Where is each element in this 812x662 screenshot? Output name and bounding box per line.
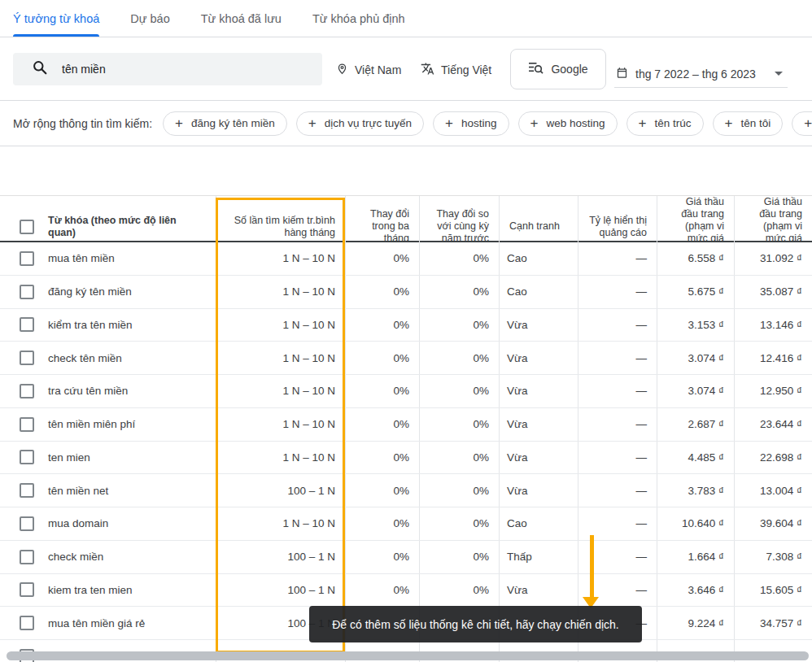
bid-high-cell: 39.604 ₫ [734,507,812,540]
volume-cell: 1 N – 10 N [216,408,345,441]
keyword-cell[interactable]: kiểm tra tên miền [46,309,216,342]
row-checkbox[interactable] [20,450,34,464]
row-checkbox[interactable] [20,317,34,332]
bid-high-cell: 13.146 ₫ [734,309,812,342]
language-selector[interactable]: Tiếng Việt [421,62,491,78]
change-3m-cell: 0% [345,474,419,507]
change-yoy-cell: 0% [419,309,499,342]
tab-0[interactable]: Ý tưởng từ khoá [13,0,99,37]
keyword-cell[interactable]: mua tên miền [46,242,216,275]
keyword-cell[interactable]: mua tên miền giá rẻ [46,607,216,639]
row-checkbox[interactable] [20,417,34,432]
volume-cell: 1 N – 10 N [216,242,345,275]
table-row: mua domain1 N – 10 N0%0%Cao—10.640 ₫39.6… [0,507,812,541]
change-yoy-cell: 0% [419,242,499,275]
volume-cell: 1 N – 10 N [216,342,345,374]
change-3m-cell: 0% [345,442,419,474]
plus-icon: + [175,116,183,130]
row-checkbox[interactable] [20,550,34,564]
keyword-cell[interactable]: tên miền net [46,474,216,507]
keyword-cell[interactable]: đăng ký tên miền [46,276,216,308]
plus-icon: + [804,116,812,130]
horizontal-scrollbar[interactable] [7,651,809,660]
keyword-cell[interactable]: tên miền miên phí [46,408,216,441]
table-row: kiem tra ten mien100 – 1 N0%0%Vừa—3.646 … [0,574,812,608]
broaden-chip-5[interactable]: +tên tôi [713,111,784,136]
change-3m-cell: 0% [345,408,419,441]
row-checkbox[interactable] [20,251,34,266]
network-selector[interactable]: Google [510,49,606,89]
table-row: kiểm tra tên miền1 N – 10 N0%0%Vừa—3.153… [0,309,812,342]
keyword-cell[interactable]: kiem tra ten mien [46,574,216,607]
competition-cell: Vừa [499,408,578,441]
change-yoy-cell: 0% [419,408,499,441]
keyword-cell[interactable]: check miền [46,541,216,573]
broaden-label: Mở rộng thông tin tìm kiếm: [13,117,152,130]
row-checkbox[interactable] [20,351,34,365]
date-range-label: thg 7 2022 – thg 6 2023 [635,68,756,81]
keyword-cell[interactable]: ten mien [46,442,216,474]
broaden-chip-4[interactable]: +tên trúc [626,111,704,136]
change-3m-cell: 0% [345,541,419,573]
change-yoy-cell: 0% [419,442,499,474]
search-section: Việt Nam Tiếng Việt Google thg 7 2022 – … [0,37,812,101]
broaden-chip-0[interactable]: +đăng ký tên miền [163,111,287,136]
plus-icon: + [530,116,539,130]
row-checkbox[interactable] [20,384,34,399]
broaden-chip-1[interactable]: +dịch vụ trực tuyến [296,111,424,136]
keyword-search-box[interactable] [13,53,322,85]
row-checkbox[interactable] [20,582,34,597]
change-3m-cell: 0% [345,342,419,374]
bid-high-cell: 22.698 ₫ [734,442,812,474]
impr-share-cell: — [578,342,657,374]
change-yoy-cell: 0% [419,342,499,374]
table-row: tên miền net100 – 1 N0%0%Vừa—3.783 ₫13.0… [0,474,812,507]
tab-1[interactable]: Dự báo [130,0,169,37]
chip-label: dịch vụ trực tuyến [325,117,412,129]
broaden-chip-6[interactable]: +tên mẹ [792,111,812,136]
row-checkbox[interactable] [20,616,34,630]
chip-label: web hosting [546,117,605,129]
table-row: ten mien1 N – 10 N0%0%Vừa—4.485 ₫22.698 … [0,442,812,475]
search-input[interactable] [60,62,283,76]
volume-cell: 1 N – 10 N [216,309,345,342]
table-row: tên miền miên phí1 N – 10 N0%0%Vừa—2.687… [0,408,812,442]
competition-cell: Vừa [499,442,578,474]
table-row: mua tên miền1 N – 10 N0%0%Cao—6.558 ₫31.… [0,242,812,276]
row-checkbox[interactable] [20,285,34,299]
row-checkbox[interactable] [20,516,34,531]
tooltip: Để có thêm số liệu thống kê chi tiết, hã… [309,606,642,642]
tab-2[interactable]: Từ khoá đã lưu [201,0,282,37]
impr-share-cell: — [578,442,657,474]
change-yoy-cell: 0% [419,507,499,540]
change-3m-cell: 0% [345,242,419,275]
bid-high-cell: 13.004 ₫ [734,474,812,507]
bid-high-cell: 23.644 ₫ [734,408,812,441]
change-yoy-cell: 0% [419,276,499,308]
competition-cell: Cao [499,507,578,540]
chevron-down-icon [775,72,783,76]
location-selector[interactable]: Việt Nam [336,62,401,78]
keyword-cell[interactable]: check tên miền [46,342,216,374]
competition-cell: Thấp [499,541,578,573]
row-checkbox[interactable] [20,483,34,498]
broaden-chip-2[interactable]: +hosting [433,111,509,136]
bid-low-cell: 4.485 ₫ [657,442,734,474]
chip-label: đăng ký tên miền [191,117,275,129]
chip-label: hosting [461,117,497,129]
table-row: tra cứu tên miền1 N – 10 N0%0%Vừa—3.074 … [0,375,812,408]
broaden-chip-3[interactable]: +web hosting [518,111,618,136]
plus-icon: + [725,116,733,130]
volume-cell: 1 N – 10 N [216,442,345,474]
bid-low-cell: 3.783 ₫ [657,474,734,507]
volume-cell: 1 N – 10 N [216,375,345,407]
date-range-selector[interactable]: thg 7 2022 – thg 6 2023 [614,60,788,88]
change-3m-cell: 0% [345,276,419,308]
select-all-checkbox[interactable] [20,220,34,234]
plus-icon: + [639,116,647,130]
keyword-cell[interactable]: mua domain [46,507,216,540]
change-3m-cell: 0% [345,507,419,540]
tab-3[interactable]: Từ khóa phủ định [312,0,405,37]
keyword-cell[interactable]: tra cứu tên miền [46,375,216,407]
impr-share-cell: — [578,276,657,308]
